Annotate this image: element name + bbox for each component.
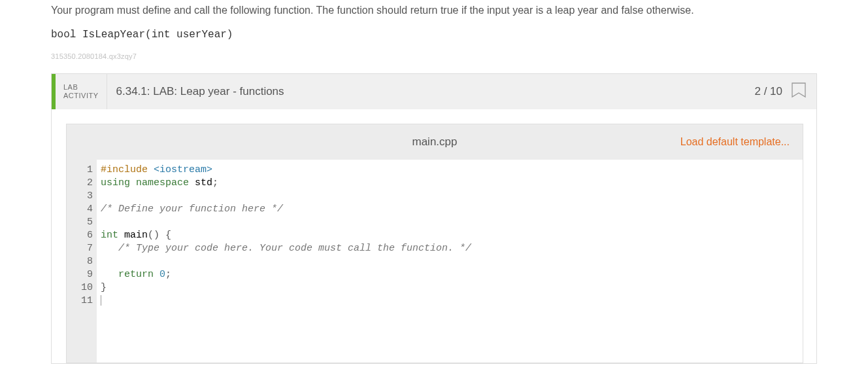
line-number: 1 bbox=[73, 164, 93, 177]
page-root: Your program must define and call the fo… bbox=[0, 3, 868, 392]
code-line[interactable] bbox=[101, 190, 803, 203]
code-area[interactable]: 1234567891011 #include <iostream>using n… bbox=[67, 160, 803, 363]
lab-header: LAB ACTIVITY 6.34.1: LAB: Leap year - fu… bbox=[52, 74, 816, 109]
line-number: 2 bbox=[73, 177, 93, 190]
line-number: 7 bbox=[73, 242, 93, 255]
line-gutter: 1234567891011 bbox=[67, 160, 97, 363]
lab-chip-line1: LAB bbox=[63, 83, 99, 92]
editor-wrap: main.cpp Load default template... 123456… bbox=[52, 109, 816, 363]
code-line[interactable]: #include <iostream> bbox=[101, 164, 803, 177]
line-number: 9 bbox=[73, 268, 93, 281]
lab-title: 6.34.1: LAB: Leap year - functions bbox=[107, 74, 744, 109]
code-line[interactable]: /* Define your function here */ bbox=[101, 203, 803, 216]
trace-id: 315350.2080184.qx3zqy7 bbox=[51, 52, 817, 60]
filename-label: main.cpp bbox=[412, 135, 458, 149]
load-default-template-link[interactable]: Load default template... bbox=[680, 136, 803, 148]
code-line[interactable]: /* Type your code here. Your code must c… bbox=[101, 242, 803, 255]
code-line[interactable] bbox=[101, 294, 803, 308]
editor-header: main.cpp Load default template... bbox=[67, 124, 803, 160]
score-wrap: 2 / 10 bbox=[744, 74, 816, 109]
code-line[interactable]: return 0; bbox=[101, 268, 803, 281]
code-line[interactable]: int main() { bbox=[101, 229, 803, 242]
line-number: 8 bbox=[73, 255, 93, 268]
line-number: 3 bbox=[73, 190, 93, 203]
code-line[interactable] bbox=[101, 255, 803, 268]
line-number: 6 bbox=[73, 229, 93, 242]
code-line[interactable]: using namespace std; bbox=[101, 177, 803, 190]
code-editor: main.cpp Load default template... 123456… bbox=[66, 124, 803, 363]
instruction-text: Your program must define and call the fo… bbox=[51, 3, 817, 18]
function-signature: bool IsLeapYear(int userYear) bbox=[51, 29, 817, 41]
code-content[interactable]: #include <iostream>using namespace std;/… bbox=[97, 160, 803, 363]
code-line[interactable] bbox=[101, 216, 803, 229]
text-cursor bbox=[101, 295, 101, 306]
code-line[interactable]: } bbox=[101, 281, 803, 294]
lab-chip-line2: ACTIVITY bbox=[63, 92, 99, 100]
score-text: 2 / 10 bbox=[754, 85, 782, 98]
lab-chip: LAB ACTIVITY bbox=[56, 74, 107, 109]
lab-card: LAB ACTIVITY 6.34.1: LAB: Leap year - fu… bbox=[51, 73, 817, 364]
bookmark-icon[interactable] bbox=[792, 82, 806, 101]
line-number: 4 bbox=[73, 203, 93, 216]
line-number: 11 bbox=[73, 294, 93, 308]
line-number: 5 bbox=[73, 216, 93, 229]
line-number: 10 bbox=[73, 281, 93, 294]
